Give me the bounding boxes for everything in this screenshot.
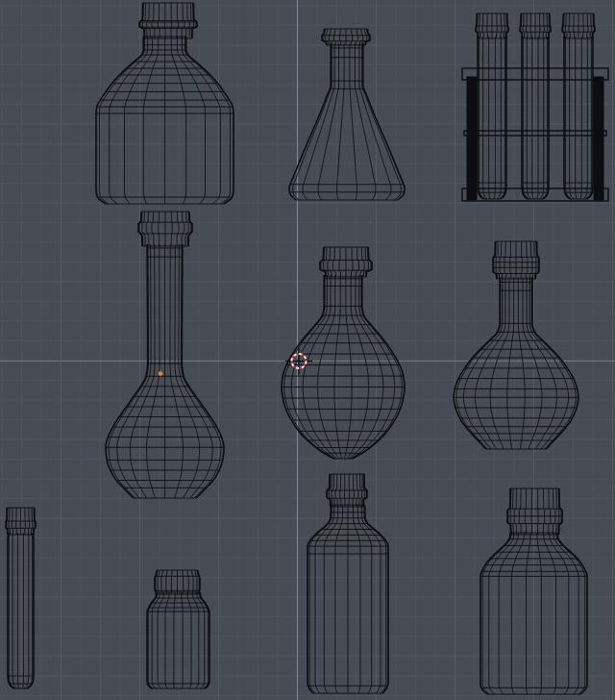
longitude-lines[interactable] — [480, 37, 505, 199]
longitude-lines[interactable] — [566, 37, 592, 199]
silhouette-lines[interactable] — [289, 43, 405, 200]
rack-rail[interactable] — [462, 68, 608, 80]
object-origin-dot — [158, 371, 162, 376]
silhouette-lines[interactable] — [478, 37, 506, 199]
longitude-lines[interactable] — [293, 43, 402, 200]
object-florence-flask[interactable] — [454, 241, 578, 449]
longitude-lines[interactable] — [156, 570, 199, 594]
silhouette-lines[interactable] — [564, 37, 593, 199]
3d-viewport[interactable] — [0, 0, 615, 700]
object-erlenmeyer-flask[interactable] — [289, 29, 405, 200]
3d-cursor[interactable] — [285, 348, 312, 375]
longitude-lines[interactable] — [309, 505, 386, 693]
longitude-lines[interactable] — [100, 37, 231, 204]
longitude-lines[interactable] — [9, 533, 32, 688]
wireframe-scene[interactable] — [0, 0, 615, 700]
longitude-lines[interactable] — [456, 277, 577, 449]
object-wide-shoulder-bottle[interactable] — [96, 3, 234, 204]
longitude-lines[interactable] — [323, 29, 369, 45]
object-round-bottom-boiling-flask[interactable] — [282, 247, 405, 459]
rack-post[interactable] — [467, 77, 477, 200]
latitude-rings[interactable] — [454, 282, 578, 449]
longitude-lines[interactable] — [523, 37, 547, 199]
rack-rail[interactable] — [464, 131, 606, 136]
rack-post[interactable] — [594, 77, 603, 200]
silhouette-lines[interactable] — [8, 533, 34, 688]
object-capped-test-tube[interactable] — [6, 508, 36, 688]
object-volumetric-flask[interactable] — [106, 212, 224, 498]
object-test-tube-rack[interactable] — [462, 13, 608, 201]
object-pill-jar[interactable] — [147, 570, 209, 688]
longitude-lines[interactable] — [139, 212, 191, 246]
silhouette-lines[interactable] — [454, 277, 578, 449]
silhouette-lines[interactable] — [147, 592, 209, 688]
latitude-rings[interactable] — [147, 592, 209, 688]
silhouette-lines[interactable] — [522, 37, 549, 199]
